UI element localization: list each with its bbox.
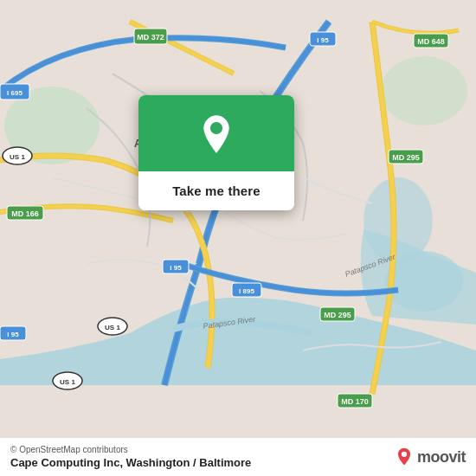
company-location-info: Cape Computing Inc, Washington / Baltimo… xyxy=(10,456,251,469)
svg-text:US 1: US 1 xyxy=(10,153,25,161)
bottom-left-info: © OpenStreetMap contributors Cape Comput… xyxy=(10,445,251,469)
svg-text:MD 166: MD 166 xyxy=(11,209,39,218)
svg-text:I 95: I 95 xyxy=(7,331,19,338)
svg-text:US 1: US 1 xyxy=(60,378,75,386)
moovit-logo: moovit xyxy=(395,447,466,466)
moovit-brand-label: moovit xyxy=(417,448,466,466)
svg-text:I 95: I 95 xyxy=(170,264,182,272)
svg-text:I 695: I 695 xyxy=(7,89,23,97)
svg-text:MD 648: MD 648 xyxy=(417,37,445,46)
svg-text:MD 295: MD 295 xyxy=(324,311,351,319)
svg-text:MD 372: MD 372 xyxy=(137,33,164,42)
svg-text:MD 170: MD 170 xyxy=(341,397,369,406)
moovit-pin-icon xyxy=(395,447,414,466)
location-pin-icon xyxy=(196,114,237,156)
take-me-there-button[interactable]: Take me there xyxy=(138,171,294,210)
openstreetmap-attribution: © OpenStreetMap contributors xyxy=(10,445,251,454)
svg-text:I 95: I 95 xyxy=(317,36,329,44)
svg-point-39 xyxy=(402,452,407,457)
bottom-bar: © OpenStreetMap contributors Cape Comput… xyxy=(0,437,476,476)
svg-text:I 895: I 895 xyxy=(239,287,254,295)
map-background: MD 372 I 695 US 1 I 95 MD 648 MD 295 MD … xyxy=(0,0,476,476)
popup-header xyxy=(138,95,294,171)
svg-text:US 1: US 1 xyxy=(105,324,120,331)
location-popup: Take me there xyxy=(138,95,294,210)
svg-point-2 xyxy=(381,56,467,125)
svg-text:MD 295: MD 295 xyxy=(392,153,420,162)
map-container: MD 372 I 695 US 1 I 95 MD 648 MD 295 MD … xyxy=(0,0,476,476)
svg-point-38 xyxy=(210,122,222,134)
